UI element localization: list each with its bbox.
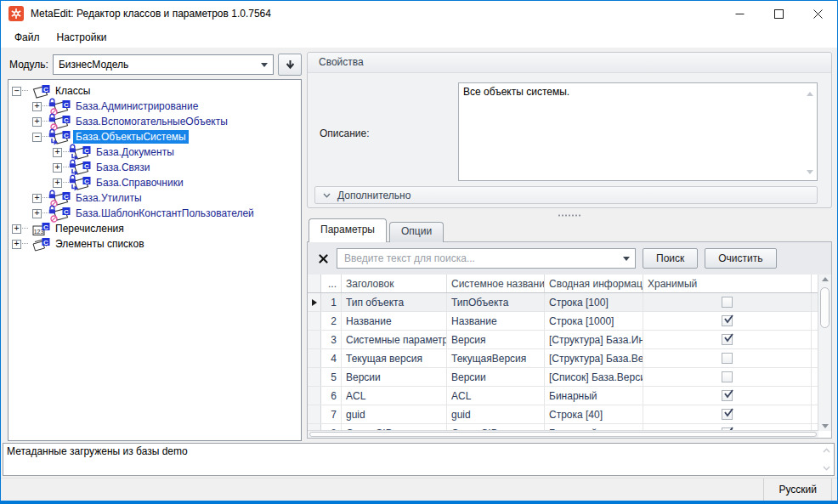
- tab-parameters[interactable]: Параметры: [309, 218, 387, 242]
- cell-summary[interactable]: Строка [1000]: [545, 312, 643, 330]
- header-system-name[interactable]: Системное название: [447, 275, 545, 292]
- cell-title[interactable]: Системные параметры: [342, 331, 447, 348]
- tree-item[interactable]: +CБаза.ВспомогательныеОбъекты: [12, 114, 301, 129]
- cell-title[interactable]: Тип объекта: [342, 293, 447, 311]
- cell-stored[interactable]: [643, 368, 812, 386]
- stored-checkbox[interactable]: [722, 353, 733, 364]
- menu-file[interactable]: Файл: [6, 29, 48, 46]
- tree-item-label[interactable]: База.Документы: [93, 145, 177, 159]
- tree-item-label[interactable]: База.Справочники: [93, 176, 186, 190]
- cell-system-name[interactable]: guid: [447, 405, 545, 423]
- stored-checkbox[interactable]: [722, 390, 733, 401]
- scroll-down-icon[interactable]: [818, 424, 831, 428]
- table-row[interactable]: 5 Версии Версии [Список] База.ВерсияС…: [308, 368, 818, 387]
- tree-item[interactable]: −CБаза.ОбъектыСистемы: [12, 129, 301, 144]
- tree-item-label[interactable]: Элементы списков: [53, 237, 147, 251]
- expand-toggle-icon[interactable]: +: [53, 163, 62, 173]
- expand-toggle-icon[interactable]: +: [12, 224, 21, 234]
- title-bar[interactable]: MetaEdit: Редактор классов и параметров …: [1, 1, 837, 26]
- cell-summary[interactable]: [Список] База.ВерсияС…: [545, 368, 643, 386]
- header-stored[interactable]: Хранимый: [643, 275, 812, 292]
- tree-item[interactable]: +CЭлементы списков: [12, 236, 301, 252]
- scroll-up-icon[interactable]: [807, 87, 813, 99]
- cell-stored[interactable]: [643, 405, 812, 423]
- tree-item-label[interactable]: База.ШаблонКонстантПользователей: [73, 207, 257, 220]
- cell-stored[interactable]: [643, 387, 812, 405]
- additional-expander[interactable]: Дополнительно: [314, 186, 818, 204]
- tree-item-label[interactable]: База.ВспомогательныеОбъекты: [73, 115, 230, 128]
- tree-item[interactable]: +CБаза.Администрирование: [12, 99, 301, 114]
- cell-system-name[interactable]: Версии: [447, 368, 545, 386]
- tree-item[interactable]: −CКлассы: [12, 83, 301, 99]
- cell-summary[interactable]: [Структура] База.Версия: [545, 349, 643, 367]
- cell-system-name[interactable]: ТекущаяВерсия: [447, 349, 545, 367]
- tree-item-label[interactable]: База.Связи: [93, 161, 153, 174]
- tree-item-label[interactable]: Классы: [53, 84, 93, 98]
- cell-summary[interactable]: Бинарный: [545, 387, 643, 405]
- description-textarea[interactable]: Все объекты системы.: [458, 82, 818, 181]
- expand-toggle-icon[interactable]: +: [32, 209, 42, 218]
- table-row[interactable]: 2 Название Название Строка [1000]: [308, 312, 818, 331]
- scrollbar-thumb[interactable]: [820, 287, 830, 328]
- clear-search-icon[interactable]: [316, 252, 330, 265]
- tree-item-label[interactable]: Перечисления: [53, 222, 127, 235]
- close-button[interactable]: [798, 1, 837, 26]
- table-row[interactable]: 7 guid guid Строка [40]: [308, 405, 818, 424]
- cell-system-name[interactable]: Версия: [447, 331, 545, 348]
- search-button[interactable]: Поиск: [643, 248, 698, 269]
- search-combobox[interactable]: [337, 248, 636, 269]
- tree-item-label[interactable]: База.Администрирование: [73, 99, 201, 113]
- cell-summary[interactable]: Строка [40]: [545, 405, 643, 423]
- table-row[interactable]: 1 Тип объекта ТипОбъекта Строка [100]: [308, 293, 818, 312]
- expand-toggle-icon[interactable]: +: [32, 117, 42, 127]
- cell-summary[interactable]: Строка [100]: [545, 293, 643, 311]
- vertical-scrollbar[interactable]: [818, 275, 831, 431]
- expand-toggle-icon[interactable]: +: [32, 102, 42, 111]
- tree-item[interactable]: +123CПеречисления: [12, 221, 301, 236]
- stored-checkbox[interactable]: [722, 371, 733, 382]
- load-module-button[interactable]: [278, 54, 302, 76]
- cell-stored[interactable]: [643, 349, 812, 367]
- tree-item[interactable]: +CБаза.Утилиты: [12, 190, 301, 206]
- menu-settings[interactable]: Настройки: [48, 29, 116, 46]
- cell-title[interactable]: ACL: [342, 387, 447, 405]
- panel-splitter[interactable]: [307, 212, 832, 218]
- expand-toggle-icon[interactable]: −: [12, 87, 21, 96]
- cell-system-name[interactable]: Название: [447, 312, 545, 330]
- expand-toggle-icon[interactable]: +: [53, 148, 62, 157]
- expand-toggle-icon[interactable]: −: [32, 133, 42, 142]
- cell-title[interactable]: guid: [342, 405, 447, 423]
- tree-item[interactable]: +CБаза.Документы: [12, 144, 301, 160]
- cell-summary[interactable]: [Структура] База.Инф…: [545, 331, 643, 348]
- header-title[interactable]: Заголовок: [342, 275, 447, 292]
- cell-system-name[interactable]: ТипОбъекта: [447, 293, 545, 311]
- scrollbar-thumb[interactable]: [309, 432, 817, 437]
- tree-item[interactable]: +CБаза.Справочники: [12, 175, 301, 190]
- tab-options[interactable]: Опции: [389, 222, 444, 242]
- cell-title[interactable]: Текущая версия: [342, 349, 447, 367]
- table-row[interactable]: 4 Текущая версия ТекущаяВерсия [Структур…: [308, 349, 818, 368]
- tree-item-label[interactable]: База.ОбъектыСистемы: [73, 130, 189, 144]
- cell-stored[interactable]: [643, 293, 812, 311]
- horizontal-scrollbar[interactable]: [308, 430, 818, 438]
- cell-stored[interactable]: [643, 312, 812, 330]
- minimize-button[interactable]: [720, 1, 759, 26]
- stored-checkbox[interactable]: [722, 315, 733, 326]
- expand-toggle-icon[interactable]: +: [32, 194, 42, 203]
- stored-checkbox[interactable]: [722, 409, 733, 420]
- clear-button[interactable]: Очистить: [705, 248, 776, 269]
- search-input[interactable]: [343, 252, 620, 265]
- scroll-down-icon[interactable]: [807, 165, 813, 177]
- cell-stored[interactable]: [643, 331, 812, 348]
- maximize-button[interactable]: [759, 1, 798, 26]
- stored-checkbox[interactable]: [722, 334, 733, 345]
- cell-system-name[interactable]: ACL: [447, 387, 545, 405]
- table-row[interactable]: 6 ACL ACL Бинарный: [308, 387, 818, 405]
- stored-checkbox[interactable]: [722, 297, 733, 308]
- tree-item[interactable]: +CБаза.Связи: [12, 160, 301, 175]
- log-scrollbar[interactable]: [819, 445, 833, 474]
- module-combobox[interactable]: БизнесМодель: [53, 54, 274, 75]
- chevron-down-icon[interactable]: [623, 257, 630, 264]
- header-number[interactable]: ...: [321, 275, 342, 292]
- cell-title[interactable]: Версии: [342, 368, 447, 386]
